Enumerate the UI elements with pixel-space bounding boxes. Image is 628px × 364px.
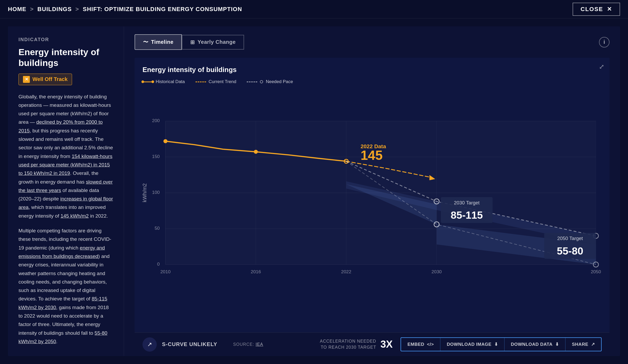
top-nav: HOME > BUILDINGS > SHIFT: OPTIMIZE BUILD… — [0, 0, 628, 18]
svg-text:2050: 2050 — [591, 269, 601, 274]
s-curve-text: S-CURVE UNLIKELY — [162, 341, 217, 347]
svg-text:2010: 2010 — [160, 269, 171, 274]
svg-text:2030 Target: 2030 Target — [454, 200, 479, 205]
svg-text:2050 Target: 2050 Target — [557, 236, 583, 241]
left-panel: INDICATOR Energy intensity of buildings … — [8, 26, 124, 356]
acceleration-section: ACCELERATION NEEDEDTO REACH 2030 TARGET — [320, 338, 376, 350]
source-link[interactable]: IEA — [256, 342, 263, 347]
tab-yearly-label: Yearly Change — [198, 39, 236, 45]
link-55-80[interactable]: 55-80 kWh/m2 by 2050 — [18, 330, 107, 344]
info-button[interactable]: i — [599, 37, 610, 47]
svg-text:2030: 2030 — [431, 269, 442, 274]
legend-pace-dot — [260, 80, 263, 83]
breadcrumb: HOME > BUILDINGS > SHIFT: OPTIMIZE BUILD… — [8, 6, 242, 13]
modal-container: INDICATOR Energy intensity of buildings … — [8, 26, 620, 356]
source-section: SOURCE: IEA — [233, 342, 263, 347]
download-image-label: DOWNLOAD IMAGE — [447, 342, 491, 347]
track-badge: ✕ Well Off Track — [18, 74, 72, 85]
action-buttons: EMBED </> DOWNLOAD IMAGE ⬇ DOWNLOAD DATA… — [401, 337, 602, 351]
right-bottom-bar: ↗ S-CURVE UNLIKELY SOURCE: IEA ACCELERAT… — [135, 332, 610, 356]
chart-svg-wrapper: 200 150 100 50 0 kWh/m2 2010 2016 2022 2… — [142, 91, 602, 318]
legend-pace-label: Needed Pace — [266, 79, 293, 84]
svg-text:200: 200 — [152, 118, 160, 123]
description-p1: Globally, the energy intensity of buildi… — [18, 93, 113, 220]
close-icon: ✕ — [607, 6, 612, 13]
download-data-label: DOWNLOAD DATA — [511, 342, 553, 347]
badge-icon: ✕ — [23, 76, 30, 83]
chart-legend: Historical Data Current Trend Needed Pac… — [142, 79, 602, 84]
download-data-icon: ⬇ — [555, 342, 559, 347]
breadcrumb-home[interactable]: HOME — [8, 6, 26, 13]
s-curve-arrow-icon: ↗ — [147, 341, 152, 348]
expand-button[interactable]: ⤢ — [599, 63, 604, 70]
sep2: > — [75, 6, 79, 13]
embed-button[interactable]: EMBED </> — [401, 338, 440, 351]
svg-text:0: 0 — [157, 261, 160, 267]
svg-text:150: 150 — [152, 154, 160, 159]
legend-current-trend: Current Trend — [196, 79, 236, 84]
expand-icon: ⤢ — [599, 63, 604, 70]
sep1: > — [30, 6, 34, 13]
close-button[interactable]: CLOSE ✕ — [573, 3, 620, 16]
badge-text: Well Off Track — [32, 76, 68, 82]
source-label: SOURCE: — [233, 342, 255, 347]
legend-trend-line — [196, 82, 206, 82]
svg-text:145: 145 — [361, 148, 383, 163]
link-154kwh[interactable]: 154 kilowatt-hours used per square meter… — [18, 154, 112, 176]
share-button[interactable]: SHARE ↗ — [565, 338, 601, 351]
download-image-button[interactable]: DOWNLOAD IMAGE ⬇ — [440, 338, 505, 351]
description: Globally, the energy intensity of buildi… — [18, 93, 113, 346]
legend-historical-label: Historical Data — [156, 79, 185, 84]
link-floor-area[interactable]: increases in global floor area — [18, 196, 113, 210]
svg-text:kWh/m2: kWh/m2 — [142, 183, 148, 202]
svg-point-14 — [254, 150, 258, 154]
modal-body: INDICATOR Energy intensity of buildings … — [8, 26, 620, 356]
accel-value: 3X — [380, 339, 393, 350]
legend-pace-line — [247, 82, 257, 82]
svg-text:2022: 2022 — [341, 269, 351, 274]
right-panel: 〜 Timeline ⊞ Yearly Change i Energy inte… — [124, 26, 620, 356]
link-declined[interactable]: declined by 20% from 2000 to 2015 — [18, 119, 103, 133]
embed-icon: </> — [427, 342, 434, 347]
share-label: SHARE — [572, 342, 588, 347]
info-icon: i — [603, 39, 605, 45]
tab-timeline[interactable]: 〜 Timeline — [135, 34, 182, 50]
indicator-label: INDICATOR — [18, 37, 113, 42]
chart-title: Energy intensity of buildings — [142, 66, 602, 74]
link-energy-emissions[interactable]: energy and emissions from buildings decr… — [18, 245, 105, 259]
svg-text:100: 100 — [152, 190, 160, 195]
tab-yearly-change[interactable]: ⊞ Yearly Change — [182, 35, 244, 50]
description-p2: Multiple competing factors are driving t… — [18, 227, 113, 346]
accel-label: ACCELERATION NEEDEDTO REACH 2030 TARGET — [320, 339, 376, 349]
link-145kwh[interactable]: 145 kWh/m2 — [60, 213, 89, 219]
tab-timeline-label: Timeline — [151, 39, 174, 45]
download-data-button[interactable]: DOWNLOAD DATA ⬇ — [505, 338, 565, 351]
close-label: CLOSE — [581, 6, 603, 13]
legend-historical-line — [142, 82, 153, 82]
s-curve-icon: ↗ — [142, 337, 157, 352]
svg-point-13 — [163, 139, 167, 143]
link-slowed[interactable]: slowed over the last three years — [18, 179, 113, 193]
tabs-row: 〜 Timeline ⊞ Yearly Change i — [135, 34, 610, 50]
legend-needed-pace: Needed Pace — [247, 79, 293, 84]
indicator-title: Energy intensity of buildings — [18, 47, 113, 68]
link-85-115[interactable]: 85-115 kWh/m2 by 2030 — [18, 296, 107, 310]
legend-historical: Historical Data — [142, 79, 185, 84]
share-icon: ↗ — [591, 342, 595, 347]
breadcrumb-buildings[interactable]: BUILDINGS — [37, 6, 72, 13]
timeline-icon: 〜 — [143, 39, 149, 46]
embed-label: EMBED — [407, 342, 424, 347]
svg-text:50: 50 — [155, 226, 160, 231]
breadcrumb-shift[interactable]: SHIFT: OPTIMIZE BUILDING ENERGY CONSUMPT… — [83, 6, 242, 13]
svg-text:2016: 2016 — [251, 269, 261, 274]
svg-text:85-115: 85-115 — [451, 209, 483, 221]
download-image-icon: ⬇ — [494, 342, 498, 347]
s-curve-section: ↗ S-CURVE UNLIKELY — [142, 337, 217, 352]
chart-container: Energy intensity of buildings ⤢ Historic… — [135, 58, 610, 332]
yearly-change-icon: ⊞ — [190, 39, 195, 45]
svg-text:55-80: 55-80 — [557, 245, 583, 257]
legend-trend-label: Current Trend — [209, 79, 236, 84]
chart-svg: 200 150 100 50 0 kWh/m2 2010 2016 2022 2… — [142, 91, 602, 318]
